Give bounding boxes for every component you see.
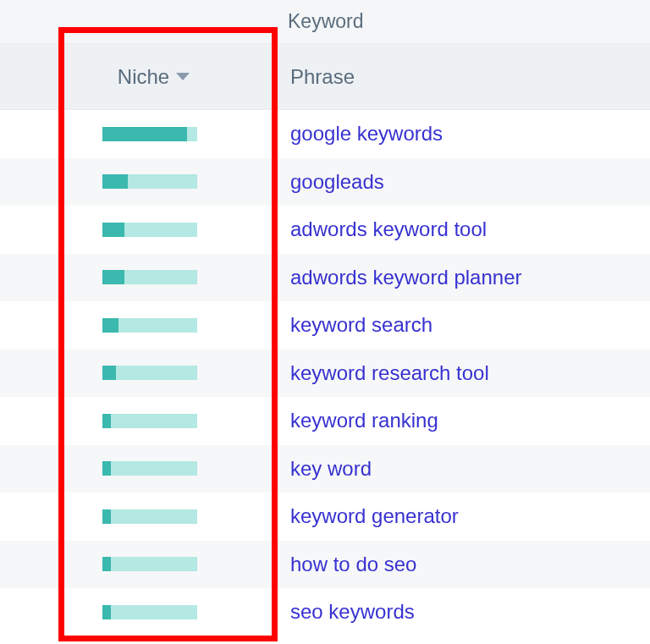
phrase-link[interactable]: seo keywords	[290, 600, 415, 623]
phrase-link[interactable]: keyword search	[290, 313, 432, 336]
niche-cell	[0, 270, 282, 284]
table-row: keyword ranking	[0, 397, 650, 445]
niche-bar-track	[102, 174, 197, 189]
phrase-cell: keyword generator	[282, 504, 459, 528]
phrase-link[interactable]: key word	[290, 457, 372, 480]
niche-bar-track	[102, 318, 197, 333]
phrase-cell: seo keywords	[282, 600, 415, 624]
niche-cell	[0, 557, 282, 571]
table-subheader-row: Niche Phrase	[0, 44, 650, 110]
niche-bar-fill	[102, 509, 111, 524]
phrase-link[interactable]: googleads	[290, 170, 384, 193]
table-row: adwords keyword tool	[0, 206, 650, 254]
niche-cell	[0, 461, 282, 476]
phrase-link[interactable]: keyword ranking	[290, 409, 438, 432]
phrase-cell: keyword research tool	[282, 361, 489, 385]
niche-cell	[0, 366, 282, 380]
table-row: seo keywords	[0, 588, 650, 636]
phrase-link[interactable]: keyword research tool	[290, 361, 489, 384]
table-row: adwords keyword planner	[0, 254, 650, 302]
phrase-cell: how to do seo	[282, 553, 416, 576]
niche-column-header[interactable]: Niche	[0, 65, 282, 89]
niche-cell	[0, 174, 282, 189]
table-body: google keywords googleads adwords keywor…	[0, 110, 650, 636]
phrase-link[interactable]: how to do seo	[290, 553, 416, 575]
niche-bar-track	[102, 414, 197, 428]
niche-bar-track	[102, 270, 197, 284]
phrase-cell: google keywords	[282, 122, 443, 146]
table-row: keyword research tool	[0, 350, 650, 398]
niche-bar-fill	[102, 318, 118, 333]
niche-bar-fill	[102, 605, 111, 619]
phrase-link[interactable]: adwords keyword tool	[290, 217, 487, 240]
niche-cell	[0, 127, 282, 141]
keyword-group-header: Keyword	[0, 10, 363, 33]
table-row: how to do seo	[0, 541, 650, 589]
niche-cell	[0, 414, 282, 428]
phrase-cell: keyword search	[282, 313, 432, 337]
niche-bar-track	[102, 127, 197, 141]
niche-header-label: Niche	[118, 65, 169, 89]
niche-cell	[0, 223, 282, 237]
niche-bar-fill	[102, 174, 128, 189]
niche-bar-fill	[102, 414, 111, 428]
phrase-link[interactable]: google keywords	[290, 122, 443, 145]
niche-bar-fill	[102, 223, 125, 237]
table-header-row-group: Keyword	[0, 0, 650, 44]
niche-bar-fill	[102, 127, 188, 141]
phrase-cell: adwords keyword tool	[282, 217, 487, 241]
niche-bar-fill	[102, 557, 111, 571]
table-row: google keywords	[0, 110, 650, 158]
phrase-link[interactable]: adwords keyword planner	[290, 266, 521, 289]
table-row: keyword generator	[0, 493, 650, 541]
phrase-cell: keyword ranking	[282, 409, 438, 432]
niche-bar-track	[102, 557, 197, 571]
niche-bar-track	[102, 605, 197, 619]
niche-bar-track	[102, 509, 197, 524]
table-row: googleads	[0, 158, 650, 206]
niche-bar-track	[102, 223, 197, 237]
phrase-link[interactable]: keyword generator	[290, 504, 459, 527]
keyword-table: Keyword Niche Phrase google keywords	[0, 0, 650, 644]
table-row: keyword search	[0, 301, 650, 350]
niche-bar-fill	[102, 270, 125, 284]
phrase-cell: googleads	[282, 170, 384, 194]
niche-cell	[0, 509, 282, 524]
table-row: key word	[0, 445, 650, 493]
niche-cell	[0, 318, 282, 333]
niche-bar-track	[102, 461, 197, 476]
niche-bar-track	[102, 366, 197, 380]
niche-bar-fill	[102, 461, 111, 476]
phrase-cell: adwords keyword planner	[282, 266, 521, 289]
niche-bar-fill	[102, 366, 117, 380]
phrase-cell: key word	[282, 457, 372, 481]
niche-cell	[0, 605, 282, 619]
sort-desc-icon	[176, 73, 190, 80]
phrase-column-header[interactable]: Phrase	[282, 65, 355, 89]
